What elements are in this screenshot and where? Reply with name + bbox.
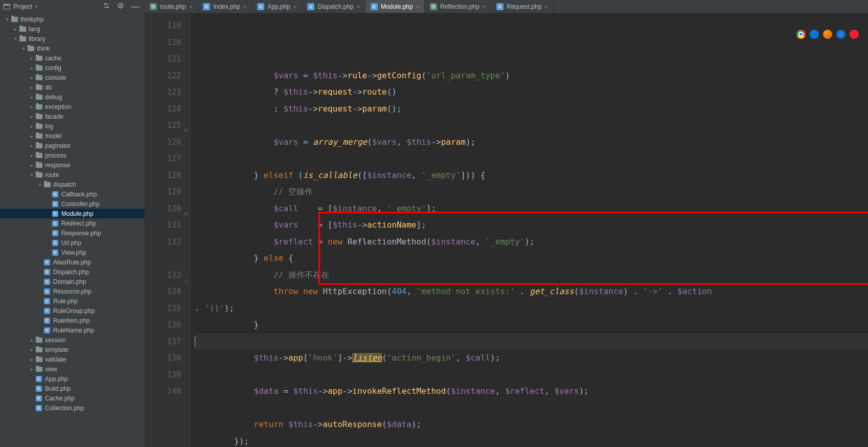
code-line-128[interactable]: $vars = [$this->actionName]; <box>195 217 868 234</box>
settings-sliders-icon[interactable] <box>101 2 112 11</box>
code-line-134[interactable] <box>195 333 868 350</box>
tab-request-php[interactable]: CRequest.php× <box>491 0 554 13</box>
tree-item-rule-php[interactable]: CRule.php <box>0 296 144 306</box>
tree-item-module-php[interactable]: CModule.php <box>0 209 144 218</box>
tab-app-php[interactable]: CApp.php× <box>252 0 302 13</box>
code-line-126[interactable]: // 空操作 <box>195 184 868 200</box>
close-icon[interactable]: × <box>293 4 296 10</box>
tree-arrow-icon[interactable]: ▸ <box>29 153 35 158</box>
fold-mark-icon[interactable]: △ <box>183 272 189 289</box>
tree-arrow-icon[interactable]: ▾ <box>4 17 10 22</box>
tab-route-php[interactable]: 🐘route.php× <box>145 0 198 13</box>
tree-arrow-icon[interactable]: ▸ <box>29 347 35 352</box>
tree-item-paginator[interactable]: ▸paginator <box>0 141 144 150</box>
tree-item-config[interactable]: ▸config <box>0 63 144 73</box>
code-line-120[interactable]: ? $this->request->route() <box>195 84 868 101</box>
tree-arrow-icon[interactable]: ▸ <box>29 85 35 90</box>
tree-arrow-icon[interactable]: ▸ <box>29 75 35 80</box>
edge-icon[interactable] <box>810 30 819 39</box>
tree-item-response[interactable]: ▸response <box>0 160 144 170</box>
code-line-122[interactable] <box>195 117 868 134</box>
opera-icon[interactable] <box>850 30 859 39</box>
tree-item-aliasrule-php[interactable]: CAliasRule.php <box>0 257 144 267</box>
tree-arrow-icon[interactable]: ▸ <box>12 27 18 32</box>
code-line-140[interactable]: }); <box>195 433 868 448</box>
tree-arrow-icon[interactable]: ▸ <box>29 56 35 61</box>
tree-item-db[interactable]: ▸db <box>0 82 144 92</box>
tree-arrow-icon[interactable]: ▸ <box>29 124 35 129</box>
tree-item-facade[interactable]: ▸facade <box>0 111 144 121</box>
tree-item-callback-php[interactable]: CCallback.php <box>0 189 144 199</box>
tree-item-build-php[interactable]: CBuild.php <box>0 384 144 393</box>
code-line-119[interactable]: $vars = $this->rule->getConfig('url_para… <box>195 68 868 84</box>
tree-arrow-icon[interactable]: ▸ <box>29 104 35 109</box>
tree-item-rulename-php[interactable]: CRuleName.php <box>0 325 144 335</box>
tree-arrow-icon[interactable]: ▾ <box>37 182 43 187</box>
tree-item-app-php[interactable]: CApp.php <box>0 374 144 384</box>
safari-icon[interactable] <box>836 30 846 39</box>
tree-item-process[interactable]: ▸process <box>0 150 144 160</box>
code-line-123[interactable]: $vars = array_merge($vars, $this->param)… <box>195 134 868 151</box>
code-line-130[interactable]: } else { <box>195 250 868 267</box>
tree-arrow-icon[interactable]: ▾ <box>12 36 18 41</box>
tree-arrow-icon[interactable]: ▸ <box>29 163 35 168</box>
fold-mark-icon[interactable]: ⊟ <box>183 122 189 139</box>
tree-item-debug[interactable]: ▸debug <box>0 92 144 102</box>
tree-item-response-php[interactable]: CResponse.php <box>0 228 144 238</box>
tree-item-collection-php[interactable]: CCollection.php <box>0 403 144 413</box>
browser-preview-icons[interactable] <box>796 30 859 39</box>
code-line-125[interactable]: } elseif (is_callable([$instance, '_empt… <box>195 167 868 184</box>
tree-arrow-icon[interactable]: ▸ <box>29 367 35 372</box>
tree-item-log[interactable]: ▸log <box>0 121 144 131</box>
tree-item-lang[interactable]: ▸lang <box>0 24 144 34</box>
tree-item-redirect-php[interactable]: CRedirect.php <box>0 218 144 228</box>
tree-arrow-icon[interactable]: ▸ <box>29 133 35 139</box>
collapse-icon[interactable]: — <box>129 4 142 10</box>
tree-item-dispatch[interactable]: ▾dispatch <box>0 180 144 189</box>
tree-arrow-icon[interactable]: ▸ <box>29 65 35 71</box>
tree-arrow-icon[interactable]: ▾ <box>20 46 27 51</box>
code-line-127[interactable]: $call = [$instance, '_empty']; <box>195 200 868 217</box>
tree-item-controller-php[interactable]: CController.php <box>0 199 144 209</box>
tab-reflection-php[interactable]: 🐘Reflection.php× <box>425 0 491 13</box>
tree-item-resource-php[interactable]: CResource.php <box>0 286 144 296</box>
close-icon[interactable]: × <box>544 4 547 10</box>
tree-item-cache-php[interactable]: CCache.php <box>0 393 144 403</box>
tree-item-model[interactable]: ▸model <box>0 131 144 141</box>
tree-item-library[interactable]: ▾library <box>0 34 144 43</box>
gear-icon[interactable] <box>115 2 126 11</box>
tree-item-think[interactable]: ▾think <box>0 43 144 53</box>
dropdown-arrow-icon[interactable]: ▾ <box>35 4 38 9</box>
firefox-icon[interactable] <box>823 30 832 39</box>
tree-item-view-php[interactable]: CView.php <box>0 248 144 257</box>
code-line-132-wrap[interactable]: . '()'); <box>195 300 868 317</box>
code-line-138[interactable] <box>195 400 868 417</box>
tree-item-session[interactable]: ▸session <box>0 335 144 345</box>
tree-arrow-icon[interactable]: ▸ <box>29 95 35 100</box>
code-line-131[interactable]: // 操作不存在 <box>195 267 868 284</box>
close-icon[interactable]: × <box>416 4 419 10</box>
tree-item-thinkphp[interactable]: ▾thinkphp <box>0 14 144 24</box>
fold-mark-icon[interactable]: ⊟ <box>183 206 189 222</box>
code-line-136[interactable] <box>195 367 868 384</box>
tree-item-domain-php[interactable]: CDomain.php <box>0 277 144 286</box>
code-line-133[interactable]: } <box>195 317 868 333</box>
code-line-121[interactable]: : $this->request->param(); <box>195 101 868 118</box>
tree-arrow-icon[interactable]: ▸ <box>29 114 35 119</box>
tree-item-validate[interactable]: ▸validate <box>0 354 144 364</box>
project-tree[interactable]: ▾thinkphp▸lang▾library▾think▸cache▸confi… <box>0 13 145 447</box>
tab-dispatch-php[interactable]: CDispatch.php× <box>302 0 365 13</box>
tree-arrow-icon[interactable]: ▸ <box>29 338 35 343</box>
tree-item-route[interactable]: ▾route <box>0 170 144 180</box>
close-icon[interactable]: × <box>483 4 486 10</box>
code-line-137[interactable]: $data = $this->app->invokeReflectMethod(… <box>195 383 868 400</box>
tree-item-dispatch-php[interactable]: CDispatch.php <box>0 267 144 277</box>
code-line-124[interactable] <box>195 150 868 167</box>
tree-item-exception[interactable]: ▸exception <box>0 102 144 111</box>
code-line-135[interactable]: $this->app['hook']->listen('action_begin… <box>195 350 868 367</box>
chrome-icon[interactable] <box>796 30 806 39</box>
tree-arrow-icon[interactable]: ▾ <box>29 172 35 177</box>
close-icon[interactable]: × <box>243 4 246 10</box>
tree-item-view[interactable]: ▸view <box>0 364 144 374</box>
tree-arrow-icon[interactable]: ▸ <box>29 143 35 148</box>
